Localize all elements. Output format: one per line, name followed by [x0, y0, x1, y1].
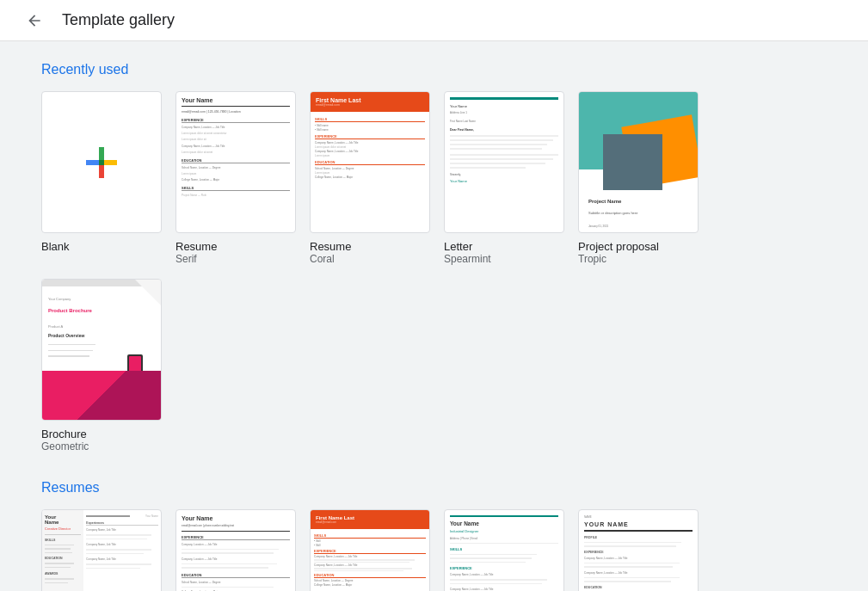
template-resume-coral-2[interactable]: First Name Last email@email.com SKILLS •… — [310, 509, 430, 591]
brochure-thumb-visual: Your Company Product Brochure Product A … — [42, 280, 161, 420]
tropic-thumb-visual: Project Name Subtitle or description goe… — [579, 92, 698, 232]
template-resume-serif-2[interactable]: Your Name email@email.com | phone number… — [175, 509, 296, 591]
template-subname-resume-serif: Serif — [175, 253, 296, 265]
template-thumb-letter-spearmint[interactable]: Your Name Address Line 1 First Name Last… — [444, 91, 564, 233]
template-thumb-brochure-geometric[interactable]: Your Company Product Brochure Product A … — [41, 279, 162, 421]
template-blank[interactable]: Blank — [41, 91, 162, 265]
svg-rect-4 — [86, 160, 99, 165]
back-button[interactable] — [21, 7, 48, 34]
template-resume-serif[interactable]: Your Name email@email.com | 123-456-7890… — [175, 91, 296, 265]
template-resume-swiss[interactable]: YourName Creative Director SKILLS EDUCAT… — [41, 509, 162, 591]
template-thumb-resume-serif[interactable]: Your Name email@email.com | 123-456-7890… — [175, 91, 296, 233]
resumes-section: Resumes YourName Creative Director SKILL… — [41, 480, 827, 591]
template-subname-letter-spearmint: Spearmint — [444, 253, 564, 265]
thumb-content-resume-coral: First Name Last email@email.com SKILLS •… — [311, 92, 429, 232]
main-content: Recently used — [0, 41, 868, 591]
thumb-content-resume-coral-2: First Name Last email@email.com SKILLS •… — [311, 510, 429, 591]
template-project-tropic[interactable]: Project Name Subtitle or description goe… — [578, 91, 699, 265]
svg-rect-6 — [99, 165, 104, 178]
thumb-content-resume-serif: Your Name email@email.com | 123-456-7890… — [176, 92, 295, 232]
thumb-content-resume-modern: NAME YOUR NAME PROFILE EXPERIENCE Compan… — [579, 510, 698, 591]
template-resume-spearmint-2[interactable]: Your Name Industrial Designer Address | … — [444, 509, 564, 591]
swiss-thumb-visual: YourName Creative Director SKILLS EDUCAT… — [42, 510, 161, 591]
template-name-letter-spearmint: Letter — [444, 240, 564, 253]
header: Template gallery — [0, 0, 868, 41]
recently-used-section: Recently used — [41, 62, 827, 452]
blank-plus-icon — [42, 92, 161, 232]
template-letter-spearmint[interactable]: Your Name Address Line 1 First Name Last… — [444, 91, 564, 265]
template-resume-coral[interactable]: First Name Last email@email.com SKILLS •… — [310, 91, 430, 265]
thumb-content-resume-spearmint-2: Your Name Industrial Designer Address | … — [445, 510, 563, 591]
template-subname-resume-coral: Coral — [310, 253, 430, 265]
template-subname-brochure-geometric: Geometric — [41, 440, 162, 452]
template-thumb-resume-coral-2[interactable]: First Name Last email@email.com SKILLS •… — [310, 509, 430, 591]
template-name-blank: Blank — [41, 240, 162, 253]
template-name-brochure-geometric: Brochure — [41, 428, 162, 440]
template-thumb-resume-modern[interactable]: NAME YOUR NAME PROFILE EXPERIENCE Compan… — [578, 509, 699, 591]
template-name-resume-serif: Resume — [175, 240, 296, 253]
template-thumb-project-tropic[interactable]: Project Name Subtitle or description goe… — [578, 91, 699, 233]
resumes-title: Resumes — [41, 480, 827, 496]
page-title: Template gallery — [62, 11, 175, 29]
svg-rect-2 — [99, 160, 104, 165]
template-name-project-tropic: Project proposal — [578, 240, 699, 253]
svg-rect-5 — [104, 160, 117, 165]
template-thumb-resume-coral[interactable]: First Name Last email@email.com SKILLS •… — [310, 91, 430, 233]
recently-used-title: Recently used — [41, 62, 827, 77]
resumes-grid: YourName Creative Director SKILLS EDUCAT… — [41, 509, 827, 591]
recently-used-grid: Blank Your Name email@email.com | 123-45… — [41, 91, 827, 452]
template-thumb-resume-spearmint-2[interactable]: Your Name Industrial Designer Address | … — [444, 509, 564, 591]
template-subname-project-tropic: Tropic — [578, 253, 699, 265]
template-brochure-geometric[interactable]: Your Company Product Brochure Product A … — [41, 279, 162, 452]
thumb-content-resume-serif-2: Your Name email@email.com | phone number… — [176, 510, 295, 591]
template-thumb-resume-serif-2[interactable]: Your Name email@email.com | phone number… — [175, 509, 296, 591]
svg-rect-3 — [99, 147, 104, 160]
template-thumb-resume-swiss[interactable]: YourName Creative Director SKILLS EDUCAT… — [41, 509, 162, 591]
template-name-resume-coral: Resume — [310, 240, 430, 253]
template-resume-modern[interactable]: NAME YOUR NAME PROFILE EXPERIENCE Compan… — [578, 509, 699, 591]
template-thumb-blank[interactable] — [41, 91, 162, 233]
thumb-content-letter-spearmint: Your Name Address Line 1 First Name Last… — [445, 92, 563, 232]
